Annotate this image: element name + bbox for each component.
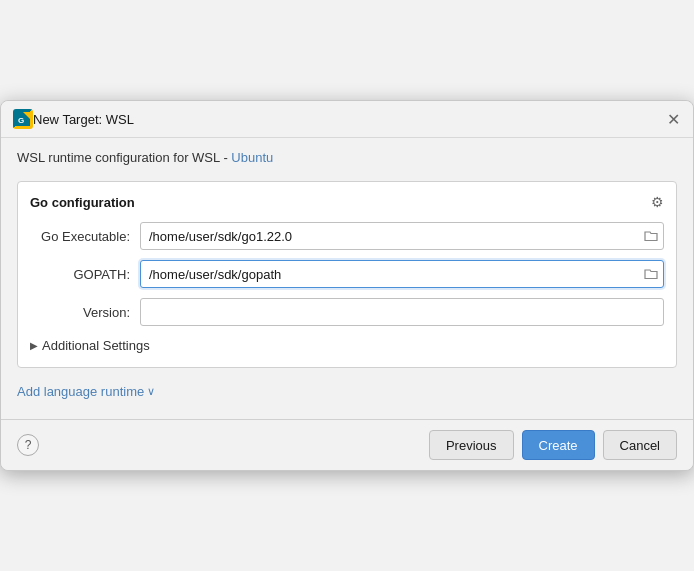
go-executable-input-wrapper [140, 222, 664, 250]
add-runtime-chevron: ∨ [147, 385, 155, 398]
additional-settings-label: Additional Settings [42, 338, 150, 353]
dialog-body: WSL runtime configuration for WSL - Ubun… [1, 138, 693, 380]
gopath-input[interactable] [140, 260, 664, 288]
go-executable-row: Go Executable: [30, 222, 664, 250]
go-executable-input[interactable] [140, 222, 664, 250]
gear-icon[interactable]: ⚙ [651, 194, 664, 210]
go-executable-label: Go Executable: [30, 229, 140, 244]
add-runtime-label: Add language runtime [17, 384, 144, 399]
subtitle-text: WSL runtime configuration for WSL - [17, 150, 231, 165]
footer-buttons: Previous Create Cancel [429, 430, 677, 460]
previous-button[interactable]: Previous [429, 430, 514, 460]
subtitle-link[interactable]: Ubuntu [231, 150, 273, 165]
svg-text:G: G [18, 116, 24, 125]
version-input[interactable] [140, 298, 664, 326]
dialog-title: New Target: WSL [33, 112, 665, 127]
chevron-right-icon: ▶ [30, 340, 38, 351]
dialog: G New Target: WSL ✕ WSL runtime configur… [0, 100, 694, 471]
version-row: Version: [30, 298, 664, 326]
gopath-label: GOPATH: [30, 267, 140, 282]
create-button[interactable]: Create [522, 430, 595, 460]
dialog-footer: ? Previous Create Cancel [1, 419, 693, 470]
add-runtime: Add language runtime ∨ [17, 380, 677, 411]
app-icon: G [13, 109, 33, 129]
cancel-button[interactable]: Cancel [603, 430, 677, 460]
add-runtime-container: Add language runtime ∨ [1, 380, 693, 419]
title-bar: G New Target: WSL ✕ [1, 101, 693, 138]
version-input-wrapper [140, 298, 664, 326]
help-button[interactable]: ? [17, 434, 39, 456]
section-title: Go configuration [30, 195, 135, 210]
gopath-input-wrapper [140, 260, 664, 288]
subtitle: WSL runtime configuration for WSL - Ubun… [17, 150, 677, 165]
gopath-row: GOPATH: [30, 260, 664, 288]
gopath-folder-button[interactable] [642, 266, 660, 282]
close-button[interactable]: ✕ [665, 111, 681, 127]
go-configuration-section: Go configuration ⚙ Go Executable: GOPATH [17, 181, 677, 368]
version-label: Version: [30, 305, 140, 320]
additional-settings[interactable]: ▶ Additional Settings [30, 336, 664, 355]
section-header: Go configuration ⚙ [30, 194, 664, 210]
go-executable-folder-button[interactable] [642, 228, 660, 244]
add-runtime-link[interactable]: Add language runtime ∨ [17, 384, 155, 399]
